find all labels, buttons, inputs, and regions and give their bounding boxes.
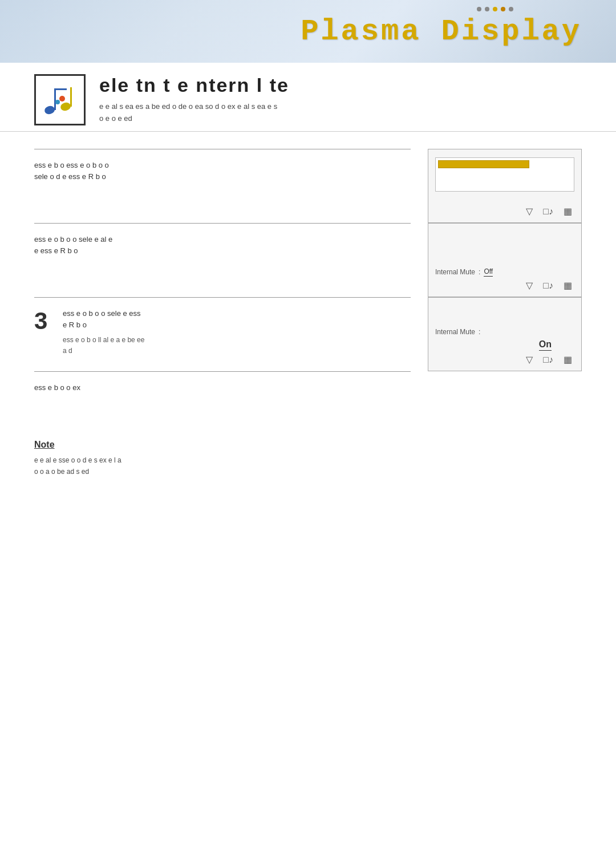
mute-value-on: On <box>539 339 552 351</box>
preview-box-1: ▽ □♪ ▦ <box>428 149 582 223</box>
step-1-line1: ess e b o ess e o b o o <box>34 160 411 171</box>
svg-point-5 <box>59 96 65 102</box>
dot-5 <box>509 7 513 11</box>
step-3-line2: e R b o <box>63 319 411 331</box>
svg-point-6 <box>55 100 60 104</box>
product-logo <box>34 74 86 125</box>
main-content: ess e b o ess e o b o o sele o d e ess e… <box>0 137 616 423</box>
step-3-desc: ess e o b o ll al e a e be ee a d <box>63 335 411 356</box>
mute-label-3: Internal Mute <box>435 328 475 336</box>
preview-icons-2: ▽ □♪ ▦ <box>435 280 574 291</box>
mute-label-2: Internal Mute <box>435 268 475 276</box>
preview-icons-1: ▽ □♪ ▦ <box>435 206 574 217</box>
svg-rect-1 <box>54 88 56 110</box>
preview-box-3: Internal Mute : On ▽ □♪ ▦ <box>428 297 582 371</box>
speaker-icon-3[interactable]: □♪ <box>543 355 553 365</box>
bars-icon-2[interactable]: ▦ <box>564 280 572 291</box>
step-2-line2: e ess e R b o <box>34 245 411 257</box>
step-2-line1: ess e o b o o sele e al e <box>34 234 411 245</box>
subtitle-line2: o e o e ed <box>99 113 582 125</box>
step-2-section: ess e o b o o sele e al e e ess e R b o <box>34 223 411 297</box>
svg-rect-4 <box>70 87 72 107</box>
product-info: ele tn t e ntern l te e e al s ea es a b… <box>99 74 582 125</box>
note-line2: o o a o be ad s ed <box>34 466 582 477</box>
dropdown-icon-1[interactable]: ▽ <box>526 206 533 217</box>
step-1-content: ess e b o ess e o b o o sele o d e ess e… <box>34 160 411 185</box>
dot-2 <box>485 7 489 11</box>
note-title: Note <box>34 440 582 450</box>
step-4-title: ess e b o o ex <box>34 382 411 393</box>
mute-value-off: Off <box>484 267 493 277</box>
preview-box-2: Internal Mute : Off ▽ □♪ ▦ <box>428 223 582 297</box>
dropdown-icon-3[interactable]: ▽ <box>526 354 533 365</box>
preview-yellow-bar <box>438 160 529 168</box>
step-3-content: ess e o b o o sele e ess e R b o ess e o… <box>63 308 411 356</box>
bars-icon-1[interactable]: ▦ <box>564 206 572 217</box>
dot-orange <box>501 7 505 11</box>
note-text: e e al e sse o o d e s ex e l a o o a o … <box>34 455 582 478</box>
speaker-icon-2[interactable]: □♪ <box>543 281 553 291</box>
product-title: ele tn t e ntern l te <box>99 74 582 96</box>
step-2-content: ess e o b o o sele e al e e ess e R b o <box>34 234 411 259</box>
dot-1 <box>477 7 481 11</box>
speaker-icon-1[interactable]: □♪ <box>543 206 553 217</box>
step-3-title: ess e o b o o sele e ess e R b o <box>63 308 411 330</box>
subtitle-line1: e e al s ea es a be ed o de o ea so d o … <box>99 101 582 113</box>
preview-screen-1 <box>435 157 574 192</box>
dot-yellow <box>493 7 497 11</box>
step-4-section: ess e b o o ex <box>34 371 411 411</box>
header-banner: Plasma Display <box>0 0 616 63</box>
step-1-title: ess e b o ess e o b o o sele o d e ess e… <box>34 160 411 182</box>
mute-colon-2: : <box>479 268 480 276</box>
internal-mute-row-2: Internal Mute : Off <box>435 267 574 277</box>
step-1-section: ess e b o ess e o b o o sele o d e ess e… <box>34 149 411 223</box>
preview-column: ▽ □♪ ▦ Internal Mute : Off ▽ □♪ ▦ Intern <box>428 149 582 371</box>
svg-rect-2 <box>54 88 67 90</box>
preview-icons-3: ▽ □♪ ▦ <box>435 354 574 365</box>
step-2-title: ess e o b o o sele e al e e ess e R b o <box>34 234 411 256</box>
step-3-desc-line2: a d <box>63 346 411 356</box>
mute-colon-3: : <box>479 328 480 336</box>
svg-point-0 <box>43 105 55 115</box>
internal-mute-row-3: Internal Mute : <box>435 328 574 336</box>
banner-title: Plasma Display <box>301 15 582 48</box>
banner-dots <box>477 7 513 11</box>
note-section: Note e e al e sse o o d e s ex e l a o o… <box>0 423 616 489</box>
step-1-line2: sele o d e ess e R b o <box>34 171 411 182</box>
step-4-line1: ess e b o o ex <box>34 382 411 393</box>
step-3-line1: ess e o b o o sele e ess <box>63 308 411 319</box>
product-subtitle: e e al s ea es a be ed o de o ea so d o … <box>99 101 582 125</box>
bars-icon-3[interactable]: ▦ <box>564 354 572 365</box>
step-3-desc-line1: ess e o b o ll al e a e be ee <box>63 335 411 346</box>
dropdown-icon-2[interactable]: ▽ <box>526 280 533 291</box>
logo-svg <box>37 77 83 123</box>
step-3-section: 3 ess e o b o o sele e ess e R b o ess e… <box>34 297 411 371</box>
note-line1: e e al e sse o o d e s ex e l a <box>34 455 582 466</box>
steps-column: ess e b o ess e o b o o sele o d e ess e… <box>34 149 411 411</box>
svg-point-3 <box>59 102 71 112</box>
step-3-number: 3 <box>34 309 55 333</box>
product-header: ele tn t e ntern l te e e al s ea es a b… <box>0 63 616 132</box>
